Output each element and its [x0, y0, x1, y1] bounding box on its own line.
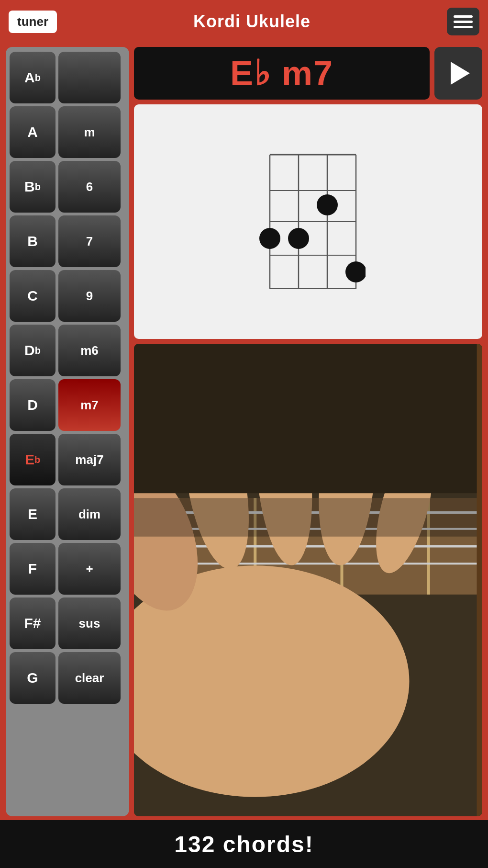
note-key-b[interactable]: B	[10, 215, 55, 267]
fret-grid-svg	[251, 145, 366, 298]
svg-point-9	[259, 228, 280, 249]
note-key-f[interactable]: F	[10, 543, 55, 595]
note-key-bb[interactable]: Bb	[10, 161, 55, 213]
chord-modifier: m7	[282, 54, 333, 92]
note-key-eb[interactable]: Eb	[10, 434, 55, 485]
chord-root: E♭	[230, 54, 271, 92]
right-panel: E♭ m7	[134, 47, 482, 816]
fretboard	[251, 145, 366, 298]
menu-button[interactable]	[447, 8, 479, 35]
modifier-key-blank	[58, 52, 121, 103]
modifier-key-dim[interactable]: dim	[58, 488, 121, 540]
note-key-fs[interactable]: F#	[10, 597, 55, 649]
svg-point-11	[317, 194, 338, 215]
app-title: Kordi Ukulele	[193, 11, 311, 32]
modifier-key-maj7[interactable]: maj7	[58, 434, 121, 485]
note-key-db[interactable]: Db	[10, 325, 55, 376]
note-key-ab[interactable]: Ab	[10, 52, 55, 103]
modifier-key-m6[interactable]: m6	[58, 325, 121, 376]
svg-rect-31	[134, 498, 482, 537]
hamburger-line-2	[454, 21, 473, 23]
note-key-c[interactable]: C	[10, 270, 55, 322]
modifier-key-m[interactable]: m	[58, 106, 121, 158]
modifier-key-m7[interactable]: m7	[58, 379, 121, 431]
chord-diagram-box	[134, 104, 482, 339]
play-icon	[451, 62, 470, 85]
hamburger-line-3	[454, 26, 473, 28]
modifier-key-sus[interactable]: sus	[58, 597, 121, 649]
modifier-key-7[interactable]: 7	[58, 215, 121, 267]
photo-area	[134, 344, 482, 816]
note-column: AbABbBCDbDEbEFF#G	[10, 52, 55, 812]
play-button[interactable]	[434, 47, 482, 100]
note-key-e[interactable]: E	[10, 488, 55, 540]
ukulele-photo-illustration	[134, 344, 482, 816]
modifier-column: m679m6m7maj7dim+susclear	[58, 52, 121, 812]
modifier-key-9[interactable]: 9	[58, 270, 121, 322]
svg-rect-32	[477, 344, 483, 816]
svg-point-12	[345, 261, 366, 282]
chord-display-row: E♭ m7	[134, 47, 482, 100]
note-key-g[interactable]: G	[10, 652, 55, 704]
note-key-d[interactable]: D	[10, 379, 55, 431]
modifier-key-clear[interactable]: clear	[58, 652, 121, 704]
keyboard-panel: AbABbBCDbDEbEFF#G m679m6m7maj7dim+suscle…	[6, 47, 129, 816]
chord-name-box: E♭ m7	[134, 47, 430, 100]
svg-point-10	[288, 228, 309, 249]
modifier-key-6[interactable]: 6	[58, 161, 121, 213]
note-key-a[interactable]: A	[10, 106, 55, 158]
tuner-button[interactable]: tuner	[9, 11, 57, 33]
hamburger-line-1	[454, 15, 473, 18]
footer-text: 132 chords!	[174, 831, 313, 857]
footer: 132 chords!	[0, 820, 488, 868]
svg-rect-37	[134, 344, 477, 493]
modifier-key-plus[interactable]: +	[58, 543, 121, 595]
header: tuner Kordi Ukulele	[0, 0, 488, 43]
main-content: AbABbBCDbDEbEFF#G m679m6m7maj7dim+suscle…	[0, 43, 488, 820]
chord-name-text: E♭ m7	[230, 53, 333, 93]
